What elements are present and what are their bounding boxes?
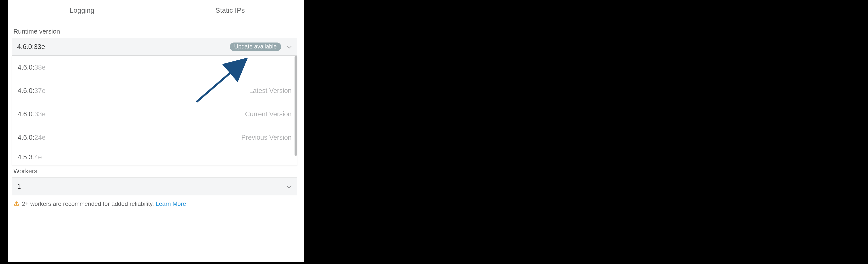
tab-logging-label: Logging xyxy=(70,6,95,15)
runtime-option-version: 4.6.0:33e xyxy=(18,110,46,118)
runtime-option[interactable]: 4.6.0:33e Current Version xyxy=(12,102,297,126)
runtime-dropdown: 4.6.0:38e 4.6.0:37e Latest Version 4.6.0… xyxy=(12,56,297,165)
update-available-badge: Update available xyxy=(230,43,281,51)
runtime-option-version: 4.6.0:24e xyxy=(18,134,46,141)
runtime-option-version: 4.6.0:38e xyxy=(18,64,46,71)
workers-label: Workers xyxy=(12,167,297,175)
workers-select[interactable]: 1 xyxy=(12,178,297,195)
runtime-label: Runtime version xyxy=(12,28,297,35)
chevron-down-icon xyxy=(287,183,291,190)
dropdown-scrollbar[interactable] xyxy=(294,56,297,165)
tab-static-ips[interactable]: Static IPs xyxy=(156,0,304,21)
workers-section: Workers 1 2+ workers are recommended for… xyxy=(8,167,304,207)
scrollbar-thumb[interactable] xyxy=(294,56,297,156)
runtime-option[interactable]: 4.6.0:24e Previous Version xyxy=(12,126,297,149)
runtime-option-version: 4.5.3:4e xyxy=(18,153,42,161)
runtime-selected-value: 4.6.0:33e xyxy=(17,43,45,51)
runtime-option[interactable]: 4.5.3:4e xyxy=(12,149,297,165)
chevron-down-icon xyxy=(287,43,291,51)
tabs-bar: Logging Static IPs xyxy=(8,0,304,21)
tab-static-ips-label: Static IPs xyxy=(215,6,245,15)
svg-point-1 xyxy=(17,204,17,205)
settings-panel: Logging Static IPs Runtime version 4.6.0… xyxy=(8,0,304,262)
workers-selected-value: 1 xyxy=(17,183,21,190)
runtime-option[interactable]: 4.6.0:38e xyxy=(12,56,297,79)
runtime-option-note: Previous Version xyxy=(241,134,291,141)
runtime-option[interactable]: 4.6.0:37e Latest Version xyxy=(12,79,297,102)
runtime-option-note: Current Version xyxy=(245,110,291,118)
runtime-option-version: 4.6.0:37e xyxy=(18,87,46,95)
workers-hint: 2+ workers are recommended for added rel… xyxy=(12,195,297,207)
tab-logging[interactable]: Logging xyxy=(8,0,156,21)
runtime-option-note: Latest Version xyxy=(249,87,291,95)
runtime-select[interactable]: 4.6.0:33e Update available xyxy=(12,38,297,56)
warning-icon xyxy=(14,201,19,207)
runtime-section: Runtime version 4.6.0:33e Update availab… xyxy=(8,21,304,165)
hint-text: 2+ workers are recommended for added rel… xyxy=(22,200,186,207)
learn-more-link[interactable]: Learn More xyxy=(156,200,186,207)
